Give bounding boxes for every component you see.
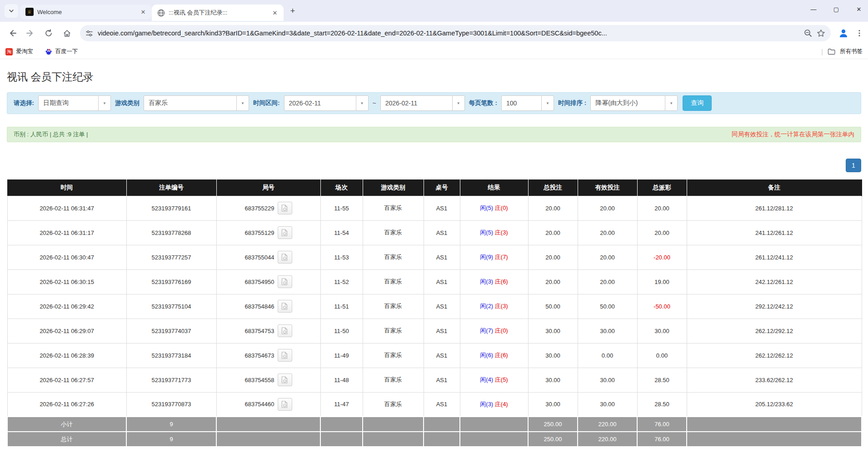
cell-round-no: 683754753 [216, 319, 320, 343]
cell-payout: 19.00 [637, 269, 687, 294]
cell-total-bet-link[interactable]: 30.00 [528, 319, 578, 343]
cell-total-bet-link[interactable]: 30.00 [528, 343, 578, 368]
tab-welcome[interactable]: ♕ Welcome ✕ [20, 5, 152, 19]
zoom-out-icon[interactable] [804, 29, 812, 37]
cell-game-kind: 百家乐 [363, 220, 424, 245]
video-replay-button[interactable] [278, 324, 292, 337]
forward-arrow-icon [26, 29, 35, 37]
player-result: 闲(5) [480, 229, 493, 236]
cell-bet-no: 523193771773 [126, 368, 216, 392]
cell-result: 闲(5) 庄(0) [460, 196, 528, 220]
table-row: 2026-02-11 06:29:07 523193774037 6837547… [7, 319, 862, 343]
banker-result: 庄(0) [495, 204, 508, 211]
chevron-down-icon [9, 8, 14, 14]
cell-table-no: AS1 [424, 269, 460, 294]
game-kind-select[interactable]: 百家乐 ▼ [144, 95, 249, 111]
date-range-label: 时间区间: [253, 99, 280, 107]
bookmark-star-icon[interactable] [817, 29, 825, 38]
game-kind-label: 游戏类别 [115, 99, 140, 107]
cell-session: 11-54 [320, 220, 363, 245]
video-file-icon [281, 254, 288, 261]
bookmark-taobao[interactable]: 淘 爱淘宝 [5, 48, 33, 55]
site-settings-icon[interactable] [85, 30, 93, 37]
back-button[interactable] [5, 25, 20, 41]
sort-label: 时间排序 : [558, 99, 586, 107]
table-body: 2026-02-11 06:31:47 523193779161 6837552… [7, 196, 862, 417]
video-replay-button[interactable] [278, 251, 292, 264]
tab-close-icon[interactable]: ✕ [271, 9, 279, 17]
cell-result: 闲(5) 庄(3) [460, 220, 528, 245]
cell-total-bet-link[interactable]: 20.00 [528, 269, 578, 294]
url-bar[interactable]: videoie.com/game/betrecord_search/kind3?… [80, 25, 831, 41]
filter-panel: 请选择: 日期查询 ▼ 游戏类别 百家乐 ▼ 时间区间: 2026-02-11 … [7, 92, 861, 114]
per-page-select[interactable]: 100 ▼ [501, 95, 554, 111]
tab-strip: ♕ Welcome ✕ :::视讯 会员下注纪录::: ✕ + — ▢ ✕ [0, 0, 868, 22]
cell-time: 2026-02-11 06:30:15 [7, 269, 126, 294]
player-result: 闲(4) [480, 376, 493, 383]
player-result: 闲(3) [480, 401, 493, 408]
cell-total-bet-link[interactable]: 20.00 [528, 196, 578, 220]
summary-row: 小计 9 250.00 220.00 76.00 [7, 417, 862, 432]
video-replay-button[interactable] [278, 226, 292, 239]
folder-icon [828, 48, 835, 55]
header-table-no: 桌号 [424, 179, 460, 196]
page-1-button[interactable]: 1 [846, 159, 861, 172]
cell-session: 11-55 [320, 196, 363, 220]
forward-button[interactable] [23, 25, 38, 41]
query-type-select[interactable]: 日期查询 ▼ [38, 95, 111, 111]
cell-total-bet-link[interactable]: 50.00 [528, 294, 578, 319]
cell-session: 11-49 [320, 343, 363, 368]
header-bet-no: 注单编号 [126, 179, 216, 196]
table-row: 2026-02-11 06:30:15 523193776169 6837549… [7, 269, 862, 294]
profile-icon[interactable] [838, 28, 849, 39]
cell-total-bet-link[interactable]: 20.00 [528, 220, 578, 245]
minimize-button[interactable]: — [809, 6, 818, 13]
menu-dots-icon[interactable] [855, 29, 863, 37]
new-tab-button[interactable]: + [286, 5, 299, 17]
pagination: 1 [7, 159, 861, 172]
video-replay-button[interactable] [278, 275, 292, 288]
video-replay-button[interactable] [278, 300, 292, 313]
cell-session: 11-47 [320, 392, 363, 417]
cell-note: 262.12/262.12 [687, 343, 862, 368]
url-text[interactable]: videoie.com/game/betrecord_search/kind3?… [98, 30, 799, 37]
video-replay-button[interactable] [278, 349, 292, 362]
cell-total-bet-link[interactable]: 20.00 [528, 245, 578, 269]
cell-valid-bet: 20.00 [578, 220, 637, 245]
home-button[interactable] [59, 25, 75, 41]
cell-result: 闲(6) 庄(6) [460, 343, 528, 368]
cell-payout: -20.00 [637, 245, 687, 269]
header-valid-bet: 有效投注 [578, 179, 637, 196]
header-round-no: 局号 [216, 179, 320, 196]
maximize-button[interactable]: ▢ [832, 6, 841, 13]
cell-total-bet-link[interactable]: 30.00 [528, 368, 578, 392]
tab-bet-record[interactable]: :::视讯 会员下注纪录::: ✕ [152, 5, 284, 21]
search-button[interactable]: 查询 [683, 95, 712, 111]
video-replay-button[interactable] [278, 373, 292, 386]
close-window-button[interactable]: ✕ [854, 6, 863, 13]
tab-close-icon[interactable]: ✕ [139, 8, 147, 16]
cell-result: 闲(7) 庄(0) [460, 319, 528, 343]
reload-button[interactable] [41, 25, 56, 41]
cell-total-bet-link[interactable]: 30.00 [528, 392, 578, 417]
tilde-separator: ~ [373, 100, 376, 107]
all-bookmarks-button[interactable]: 所有书签 [840, 48, 863, 55]
video-replay-button[interactable] [278, 202, 292, 214]
bookmark-baidu[interactable]: 百度一下 [45, 48, 78, 55]
sort-select[interactable]: 降幂(由大到小) ▼ [590, 95, 678, 111]
date-start-select[interactable]: 2026-02-11 ▼ [284, 95, 369, 111]
header-session: 场次 [320, 179, 363, 196]
cell-result: 闲(9) 庄(7) [460, 245, 528, 269]
cell-payout: 20.00 [637, 196, 687, 220]
video-file-icon [281, 229, 288, 236]
video-replay-button[interactable] [278, 398, 292, 411]
video-file-icon [281, 278, 288, 285]
taobao-icon: 淘 [5, 48, 13, 55]
table-footer: 小计 9 250.00 220.00 76.00 总计 9 250.00 220… [7, 417, 862, 447]
cell-game-kind: 百家乐 [363, 196, 424, 220]
cell-time: 2026-02-11 06:30:47 [7, 245, 126, 269]
summary-total-bet: 250.00 [528, 432, 578, 447]
date-end-select[interactable]: 2026-02-11 ▼ [380, 95, 465, 111]
chevron-down-icon: ▼ [665, 96, 677, 110]
tab-search-button[interactable] [5, 4, 18, 18]
